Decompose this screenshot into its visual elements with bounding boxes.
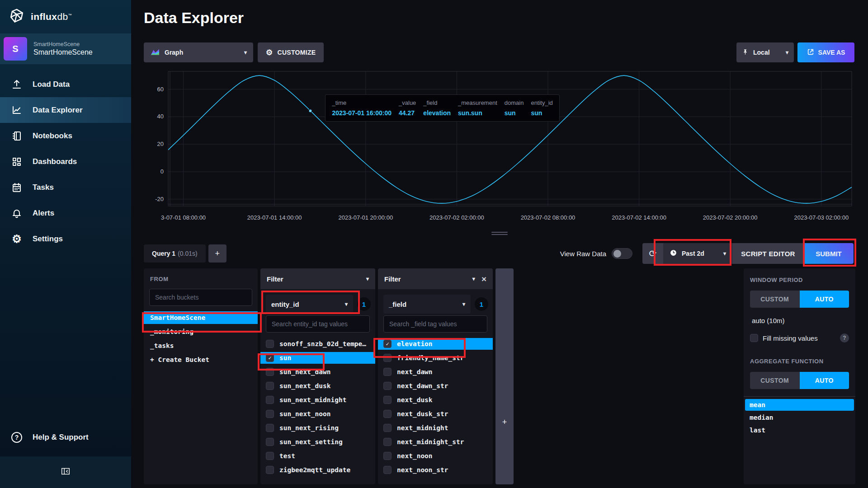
close-icon[interactable]: ×	[481, 275, 486, 283]
aggregate-custom-button[interactable]: CUSTOM	[750, 372, 800, 389]
tag-key-dropdown-entity-id[interactable]: entity_id ▾	[266, 295, 353, 314]
checkbox-icon[interactable]	[383, 396, 392, 404]
checkbox-icon[interactable]	[750, 334, 758, 342]
query-actions-group: ⟳ Past 2d ▾ SCRIPT EDITOR SUBMIT	[642, 243, 854, 264]
checkbox-icon[interactable]	[266, 466, 274, 474]
tag-value-row[interactable]: zigbee2mqtt_update	[260, 464, 375, 476]
checkbox-icon[interactable]	[383, 424, 392, 432]
svg-text:2023-07-02 08:00:00: 2023-07-02 08:00:00	[521, 214, 576, 221]
bucket-item[interactable]: _tasks	[144, 339, 258, 352]
script-editor-button[interactable]: SCRIPT EDITOR	[732, 243, 804, 264]
time-series-chart[interactable]: 6040200-203-07-01 08:00:002023-07-01 14:…	[144, 68, 855, 227]
checkbox-icon[interactable]	[383, 368, 392, 376]
tag-value-row[interactable]: next_dusk	[378, 394, 493, 406]
checkbox-icon[interactable]	[266, 382, 274, 390]
tag-value-row[interactable]: next_midnight_str	[378, 436, 493, 448]
tag-value-row[interactable]: sun	[260, 352, 375, 364]
bucket-search-input[interactable]	[149, 289, 252, 306]
checkbox-icon[interactable]	[266, 424, 274, 432]
from-panel-title: FROM	[144, 268, 258, 287]
checkbox-icon[interactable]	[266, 452, 274, 460]
add-filter-button[interactable]: +	[495, 418, 514, 427]
checkbox-icon[interactable]	[266, 396, 274, 404]
window-custom-button[interactable]: CUSTOM	[750, 291, 800, 308]
customize-button[interactable]: ⚙ CUSTOMIZE	[258, 42, 324, 62]
sidebar-item-help-support[interactable]: ? Help & Support	[0, 426, 131, 449]
bucket-item[interactable]: + Create Bucket	[144, 353, 258, 366]
tag-value-row[interactable]: next_midnight	[378, 422, 493, 434]
aggregate-auto-button[interactable]: AUTO	[800, 372, 849, 389]
tag-value-row[interactable]: next_noon_str	[378, 464, 493, 476]
main-content: Data Explorer Graph ▾ ⚙ CUSTOMIZE	[131, 0, 868, 488]
help-icon[interactable]: ?	[840, 333, 849, 343]
tooltip-column: entity_id sun	[531, 99, 552, 117]
tag-value-row[interactable]: test	[260, 450, 375, 462]
checkbox-icon[interactable]	[383, 382, 392, 390]
tag-value-row[interactable]: sun_next_dusk	[260, 380, 375, 392]
checkbox-icon[interactable]	[383, 354, 392, 362]
aggregate-function-item[interactable]: last	[745, 424, 854, 436]
sidebar-item-load-data[interactable]: Load Data	[0, 71, 131, 97]
influxdb-logo[interactable]: influxdb™	[0, 0, 131, 33]
checkbox-icon[interactable]	[266, 368, 274, 376]
checkbox-icon[interactable]	[266, 438, 274, 446]
chart-resize-handle[interactable]	[491, 232, 508, 236]
tag-value-row[interactable]: sonoff_snzb_02d_tempe…	[260, 338, 375, 350]
filter-header[interactable]: Filter ▾	[260, 268, 375, 289]
tag-value-row[interactable]: sun_next_midnight	[260, 394, 375, 406]
tag-value-row[interactable]: elevation	[378, 338, 493, 350]
view-raw-data-toggle[interactable]	[612, 248, 632, 259]
tag-key-dropdown-field[interactable]: _field ▾	[383, 295, 471, 314]
window-auto-button[interactable]: AUTO	[800, 291, 849, 308]
checkbox-icon[interactable]	[383, 438, 392, 446]
aggregate-function-item[interactable]: median	[745, 412, 854, 423]
chevron-down-icon: ▾	[345, 301, 348, 307]
checkbox-icon[interactable]	[383, 466, 392, 474]
influxdb-data-explorer-page: influxdb™ S SmartHomeScene SmartHomeScen…	[0, 0, 868, 488]
add-query-button[interactable]: +	[208, 244, 226, 263]
tag-value-row[interactable]: next_noon	[378, 450, 493, 462]
time-range-dropdown[interactable]: Past 2d ▾	[663, 243, 732, 264]
tag-value-row[interactable]: next_dawn	[378, 366, 493, 378]
checkbox-icon[interactable]	[266, 354, 274, 362]
tag-value-row[interactable]: friendly_name_str	[378, 352, 493, 364]
local-dropdown[interactable]: Local ▾	[736, 42, 794, 62]
visualization-type-dropdown[interactable]: Graph ▾	[144, 42, 253, 62]
from-panel: FROM SmartHomeScene _monitoring _tasks +…	[144, 268, 258, 484]
tag-value-row[interactable]: sun_next_setting	[260, 436, 375, 448]
org-switcher[interactable]: S SmartHomeScene SmartHomeScene	[0, 33, 131, 64]
svg-text:0: 0	[160, 168, 164, 175]
aggregate-function-item[interactable]: mean	[745, 399, 854, 411]
save-as-button[interactable]: SAVE AS	[797, 42, 854, 62]
field-search-input[interactable]	[383, 315, 487, 333]
checkbox-icon[interactable]	[266, 340, 274, 348]
bucket-item[interactable]: _monitoring	[144, 325, 258, 338]
svg-text:2023-07-03 02:00:00: 2023-07-03 02:00:00	[794, 214, 849, 221]
tag-value-row[interactable]: sun_next_rising	[260, 422, 375, 434]
window-period-value: auto (10m)	[752, 317, 855, 324]
checkbox-icon[interactable]	[383, 410, 392, 418]
sidebar-item-tasks[interactable]: Tasks	[0, 174, 131, 200]
nav-label: Tasks	[33, 183, 54, 192]
refresh-button[interactable]: ⟳	[642, 243, 663, 264]
checkbox-icon[interactable]	[266, 410, 274, 418]
tag-value-row[interactable]: next_dusk_str	[378, 408, 493, 420]
tag-value-row[interactable]: sun_next_dawn	[260, 366, 375, 378]
sidebar-item-settings[interactable]: ⚙ Settings	[0, 226, 131, 252]
checkbox-icon[interactable]	[383, 452, 392, 460]
tag-value-row[interactable]: next_dawn_str	[378, 380, 493, 392]
entity-id-search-input[interactable]	[266, 315, 370, 333]
sidebar-item-alerts[interactable]: Alerts	[0, 200, 131, 226]
submit-button[interactable]: SUBMIT	[804, 243, 854, 264]
checkbox-icon[interactable]	[383, 340, 392, 348]
chevron-down-icon: ▾	[462, 301, 465, 307]
sidebar-item-data-explorer[interactable]: Data Explorer	[0, 97, 131, 123]
nav-label: Settings	[33, 235, 63, 244]
tag-value-row[interactable]: sun_next_noon	[260, 408, 375, 420]
query-tab[interactable]: Query 1 (0.01s)	[144, 244, 206, 263]
sidebar-item-notebooks[interactable]: Notebooks	[0, 123, 131, 149]
filter-header[interactable]: Filter ▾ ×	[378, 268, 493, 289]
sidebar-item-dashboards[interactable]: Dashboards	[0, 149, 131, 174]
bucket-item[interactable]: SmartHomeScene	[144, 311, 258, 324]
collapse-sidebar-icon[interactable]	[61, 467, 71, 478]
